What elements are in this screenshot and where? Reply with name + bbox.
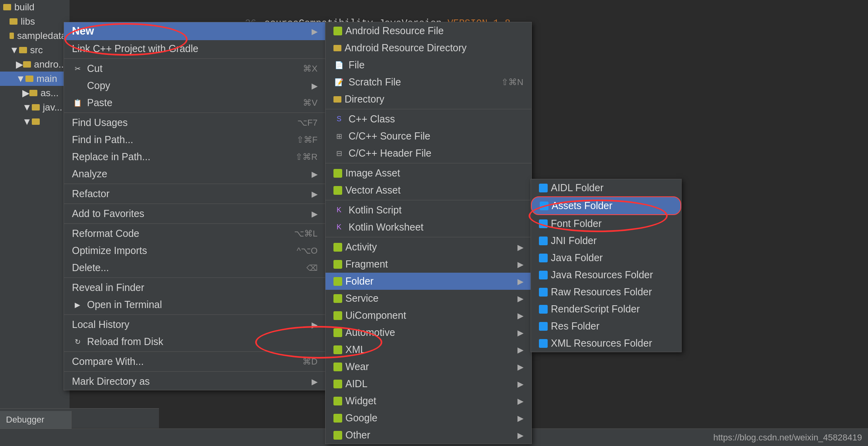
submenu-new-item-google[interactable]: Google ▶ [326, 409, 531, 427]
separator [64, 277, 326, 278]
folder-font-icon [539, 219, 548, 228]
separator [326, 237, 531, 237]
kotlin-icon: K [333, 206, 345, 215]
menu-item-find-path[interactable]: Find in Path... ⇧⌘F [64, 131, 326, 148]
separator [326, 200, 531, 200]
submenu-new-item-xml[interactable]: XML ▶ [326, 341, 531, 358]
cpp-class-icon: S [333, 114, 345, 124]
submenu-new-item-android-res-file[interactable]: Android Resource File [326, 22, 531, 39]
submenu-new-item-uicomponent[interactable]: UiComponent ▶ [326, 307, 531, 324]
submenu-new-item-android-res-dir[interactable]: Android Resource Directory [326, 39, 531, 56]
submenu-folder-item-java-res[interactable]: Java Resources Folder [531, 266, 681, 283]
tree-item-andro[interactable]: ▶ andro... [0, 57, 70, 72]
separator [64, 371, 326, 372]
menu-item-delete[interactable]: Delete... ⌫ [64, 259, 326, 276]
submenu-new-item-kotlin-script[interactable]: K Kotlin Script [326, 202, 531, 219]
menu-item-optimize[interactable]: Optimize Imports ^⌥O [64, 242, 326, 259]
separator [64, 351, 326, 352]
submenu-folder-item-aidl[interactable]: AIDL Folder [531, 179, 681, 196]
submenu-new-item-vector-asset[interactable]: Vector Asset [326, 182, 531, 199]
menu-item-refactor[interactable]: Refactor ▶ [64, 185, 326, 202]
submenu-new-item-cpp-src[interactable]: ⊞ C/C++ Source File [326, 128, 531, 145]
menu-item-replace-path[interactable]: Replace in Path... ⇧⌘R [64, 148, 326, 165]
tree-item-src[interactable]: ▼ src [0, 43, 70, 57]
menu-item-analyze[interactable]: Analyze ▶ [64, 165, 326, 182]
menu-item-link-cpp[interactable]: Link C++ Project with Gradle [64, 40, 326, 57]
menu-item-reformat[interactable]: Reformat Code ⌥⌘L [64, 225, 326, 242]
menu-item-compare[interactable]: Compare With... ⌘D [64, 353, 326, 370]
submenu-folder-item-xml-res[interactable]: XML Resources Folder [531, 335, 681, 352]
separator [64, 314, 326, 315]
submenu-new-item-image-asset[interactable]: Image Asset [326, 165, 531, 182]
submenu-new-item-directory[interactable]: Directory [326, 91, 531, 108]
android-icon [333, 186, 342, 195]
submenu-folder-item-jni[interactable]: JNI Folder [531, 232, 681, 249]
menu-item-find-usages[interactable]: Find Usages ⌥F7 [64, 114, 326, 131]
android-icon [333, 277, 342, 286]
submenu-new-item-automotive[interactable]: Automotive ▶ [326, 324, 531, 341]
submenu-new-item-service[interactable]: Service ▶ [326, 290, 531, 307]
tree-item-libs[interactable]: libs [0, 14, 70, 29]
menu-item-reload[interactable]: ↻ Reload from Disk [64, 333, 326, 350]
reload-icon: ↻ [72, 337, 83, 347]
kotlin-ws-icon: K [333, 223, 345, 232]
android-icon [333, 169, 342, 178]
submenu-folder-item-assets[interactable]: Assets Folder [531, 196, 681, 215]
submenu-new-item-folder[interactable]: Folder ▶ [326, 273, 531, 290]
menu-item-favorites[interactable]: Add to Favorites ▶ [64, 205, 326, 222]
submenu-new-item-fragment[interactable]: Fragment ▶ [326, 256, 531, 273]
scratch-icon: 📝 [333, 78, 345, 87]
android-icon [333, 27, 342, 35]
android-icon [333, 397, 342, 405]
separator [326, 163, 531, 163]
tree-item-main[interactable]: ▼ main [0, 72, 70, 86]
submenu-folder-item-raw-res[interactable]: Raw Resources Folder [531, 283, 681, 301]
submenu-new-item-wear[interactable]: Wear ▶ [326, 358, 531, 375]
submenu-new-item-aidl[interactable]: AIDL ▶ [326, 375, 531, 392]
separator [64, 58, 326, 59]
debugger-tab[interactable]: Debugger [0, 411, 72, 429]
android-icon [333, 345, 342, 354]
submenu-new-item-cpp-hdr[interactable]: ⊟ C/C++ Header File [326, 145, 531, 162]
separator [326, 109, 531, 109]
menu-item-new[interactable]: New ▶ [64, 22, 326, 40]
separator [64, 184, 326, 184]
submenu-new-item-file[interactable]: 📄 File [326, 56, 531, 74]
android-icon [333, 311, 342, 320]
tree-item-sub[interactable]: ▼ [0, 114, 70, 129]
menu-item-cut[interactable]: ✂ Cut ⌘X [64, 60, 326, 77]
menu-item-local-history[interactable]: Local History ▶ [64, 316, 326, 333]
file-tree: build libs sampledata ▼ src ▶ andro... ▼… [0, 0, 70, 446]
submenu-folder-item-java[interactable]: Java Folder [531, 249, 681, 266]
tree-item-sampledata[interactable]: sampledata [0, 29, 70, 43]
menu-item-reveal[interactable]: Reveal in Finder [64, 279, 326, 296]
tree-item-as[interactable]: ▶ as... [0, 86, 70, 100]
submenu-folder-item-renderscript[interactable]: RenderScript Folder [531, 301, 681, 318]
submenu-new-item-cpp-class[interactable]: S C++ Class [326, 111, 531, 128]
menu-item-mark-dir[interactable]: Mark Directory as ▶ [64, 373, 326, 390]
terminal-icon: ▶ [72, 300, 83, 310]
separator [64, 204, 326, 204]
submenu-new-item-activity[interactable]: Activity ▶ [326, 239, 531, 256]
android-icon [333, 328, 342, 337]
submenu-new-item-other[interactable]: Other ▶ [326, 427, 531, 444]
folder-java-icon [539, 254, 548, 262]
submenu-new-item-kotlin-worksheet[interactable]: K Kotlin Worksheet [326, 219, 531, 236]
folder-raw-res-icon [539, 288, 548, 297]
dir-folder-icon [333, 96, 341, 103]
menu-item-copy[interactable]: Copy ▶ [64, 77, 326, 94]
cpp-hdr-icon: ⊟ [333, 149, 345, 158]
submenu-new-item-widget[interactable]: Widget ▶ [326, 392, 531, 409]
menu-item-paste[interactable]: 📋 Paste ⌘V [64, 94, 326, 111]
tree-item-build[interactable]: build [0, 0, 70, 14]
submenu-folder-item-font[interactable]: Font Folder [531, 215, 681, 232]
submenu-folder-item-res[interactable]: Res Folder [531, 318, 681, 335]
android-icon [333, 431, 342, 440]
submenu-new-item-scratch[interactable]: 📝 Scratch File ⇧⌘N [326, 74, 531, 91]
folder-renderscript-icon [539, 305, 548, 314]
separator [64, 223, 326, 224]
menu-item-terminal[interactable]: ▶ Open in Terminal [64, 296, 326, 313]
android-icon [333, 260, 342, 269]
copy-icon [72, 81, 83, 91]
tree-item-jav[interactable]: ▼ jav... [0, 100, 70, 114]
